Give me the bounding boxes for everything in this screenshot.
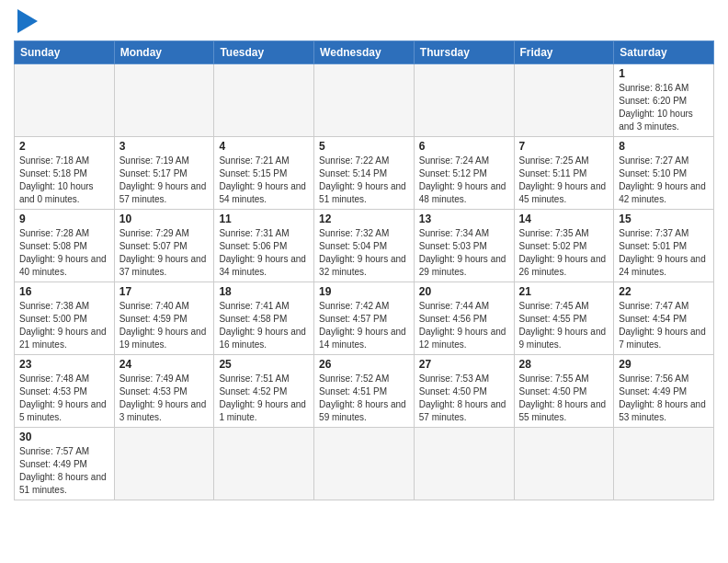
calendar-day-cell [414, 428, 514, 500]
header [14, 9, 714, 33]
day-number: 20 [419, 285, 509, 298]
calendar-day-cell: 7Sunrise: 7:25 AMSunset: 5:11 PMDaylight… [514, 137, 614, 210]
day-number: 28 [519, 358, 609, 371]
calendar-day-cell: 5Sunrise: 7:22 AMSunset: 5:14 PMDaylight… [314, 137, 415, 210]
header-thursday: Thursday [414, 41, 514, 64]
calendar-day-cell: 23Sunrise: 7:48 AMSunset: 4:53 PMDayligh… [15, 355, 115, 428]
day-info: Sunrise: 8:16 AMSunset: 6:20 PMDaylight:… [619, 82, 709, 133]
day-info: Sunrise: 7:52 AMSunset: 4:51 PMDaylight:… [319, 373, 409, 424]
calendar-day-cell [114, 428, 214, 500]
calendar-day-cell: 24Sunrise: 7:49 AMSunset: 4:53 PMDayligh… [114, 355, 214, 428]
day-number: 16 [19, 285, 109, 298]
day-info: Sunrise: 7:57 AMSunset: 4:49 PMDaylight:… [19, 445, 109, 497]
day-number: 22 [619, 285, 709, 298]
page: SundayMondayTuesdayWednesdayThursdayFrid… [0, 0, 728, 563]
day-number: 3 [119, 140, 210, 153]
day-info: Sunrise: 7:19 AMSunset: 5:17 PMDaylight:… [119, 155, 210, 206]
day-number: 6 [419, 140, 509, 153]
day-number: 19 [319, 285, 409, 298]
day-info: Sunrise: 7:55 AMSunset: 4:50 PMDaylight:… [519, 373, 609, 424]
day-info: Sunrise: 7:51 AMSunset: 4:52 PMDaylight:… [219, 373, 309, 424]
calendar-day-cell: 13Sunrise: 7:34 AMSunset: 5:03 PMDayligh… [414, 210, 514, 282]
day-info: Sunrise: 7:22 AMSunset: 5:14 PMDaylight:… [319, 155, 409, 206]
logo-row [14, 9, 38, 33]
calendar-day-cell: 1Sunrise: 8:16 AMSunset: 6:20 PMDaylight… [614, 64, 714, 137]
day-number: 11 [219, 213, 309, 225]
day-info: Sunrise: 7:18 AMSunset: 5:18 PMDaylight:… [19, 155, 109, 206]
calendar-day-cell [314, 64, 415, 137]
day-number: 15 [619, 213, 709, 225]
day-info: Sunrise: 7:56 AMSunset: 4:49 PMDaylight:… [619, 373, 709, 424]
day-info: Sunrise: 7:53 AMSunset: 4:50 PMDaylight:… [419, 373, 509, 424]
calendar-week-row: 30Sunrise: 7:57 AMSunset: 4:49 PMDayligh… [15, 428, 714, 500]
calendar-day-cell [514, 64, 614, 137]
day-number: 2 [19, 140, 109, 153]
day-number: 13 [419, 213, 509, 225]
day-info: Sunrise: 7:24 AMSunset: 5:12 PMDaylight:… [419, 155, 509, 206]
day-number: 8 [619, 140, 709, 153]
calendar-day-cell: 3Sunrise: 7:19 AMSunset: 5:17 PMDaylight… [114, 137, 214, 210]
day-info: Sunrise: 7:29 AMSunset: 5:07 PMDaylight:… [119, 227, 210, 279]
calendar-day-cell [214, 428, 314, 500]
calendar-day-cell: 8Sunrise: 7:27 AMSunset: 5:10 PMDaylight… [614, 137, 714, 210]
calendar-day-cell: 10Sunrise: 7:29 AMSunset: 5:07 PMDayligh… [114, 210, 214, 282]
day-number: 17 [119, 285, 210, 298]
calendar-day-cell: 16Sunrise: 7:38 AMSunset: 5:00 PMDayligh… [15, 282, 115, 355]
calendar-day-cell: 26Sunrise: 7:52 AMSunset: 4:51 PMDayligh… [314, 355, 415, 428]
calendar-day-cell: 2Sunrise: 7:18 AMSunset: 5:18 PMDaylight… [15, 137, 115, 210]
header-monday: Monday [114, 41, 214, 64]
day-number: 14 [519, 213, 609, 225]
logo-area [14, 9, 38, 33]
day-info: Sunrise: 7:44 AMSunset: 4:56 PMDaylight:… [419, 300, 509, 351]
calendar-day-cell: 19Sunrise: 7:42 AMSunset: 4:57 PMDayligh… [314, 282, 415, 355]
calendar-day-cell: 22Sunrise: 7:47 AMSunset: 4:54 PMDayligh… [614, 282, 714, 355]
calendar-day-cell [15, 64, 115, 137]
day-info: Sunrise: 7:49 AMSunset: 4:53 PMDaylight:… [119, 373, 210, 424]
calendar-day-cell: 30Sunrise: 7:57 AMSunset: 4:49 PMDayligh… [15, 428, 115, 500]
day-info: Sunrise: 7:42 AMSunset: 4:57 PMDaylight:… [319, 300, 409, 351]
calendar-week-row: 16Sunrise: 7:38 AMSunset: 5:00 PMDayligh… [15, 282, 714, 355]
calendar-day-cell: 15Sunrise: 7:37 AMSunset: 5:01 PMDayligh… [614, 210, 714, 282]
day-number: 30 [19, 431, 109, 443]
day-info: Sunrise: 7:45 AMSunset: 4:55 PMDaylight:… [519, 300, 609, 351]
calendar-header-row: SundayMondayTuesdayWednesdayThursdayFrid… [15, 41, 714, 64]
day-info: Sunrise: 7:28 AMSunset: 5:08 PMDaylight:… [19, 227, 109, 279]
calendar-day-cell [414, 64, 514, 137]
day-number: 18 [219, 285, 309, 298]
calendar-week-row: 23Sunrise: 7:48 AMSunset: 4:53 PMDayligh… [15, 355, 714, 428]
day-info: Sunrise: 7:21 AMSunset: 5:15 PMDaylight:… [219, 155, 309, 206]
day-number: 1 [619, 67, 709, 80]
day-number: 24 [119, 358, 210, 371]
calendar-day-cell [314, 428, 415, 500]
day-number: 27 [419, 358, 509, 371]
day-info: Sunrise: 7:40 AMSunset: 4:59 PMDaylight:… [119, 300, 210, 351]
calendar-day-cell: 4Sunrise: 7:21 AMSunset: 5:15 PMDaylight… [214, 137, 314, 210]
day-info: Sunrise: 7:31 AMSunset: 5:06 PMDaylight:… [219, 227, 309, 279]
day-number: 12 [319, 213, 409, 225]
calendar-week-row: 9Sunrise: 7:28 AMSunset: 5:08 PMDaylight… [15, 210, 714, 282]
calendar-day-cell [614, 428, 714, 500]
day-number: 10 [119, 213, 210, 225]
day-info: Sunrise: 7:41 AMSunset: 4:58 PMDaylight:… [219, 300, 309, 351]
calendar-day-cell: 6Sunrise: 7:24 AMSunset: 5:12 PMDaylight… [414, 137, 514, 210]
header-wednesday: Wednesday [314, 41, 415, 64]
calendar-week-row: 2Sunrise: 7:18 AMSunset: 5:18 PMDaylight… [15, 137, 714, 210]
calendar-day-cell: 20Sunrise: 7:44 AMSunset: 4:56 PMDayligh… [414, 282, 514, 355]
day-number: 9 [19, 213, 109, 225]
logo-triangle-icon [17, 9, 38, 33]
calendar-day-cell: 11Sunrise: 7:31 AMSunset: 5:06 PMDayligh… [214, 210, 314, 282]
calendar-day-cell: 9Sunrise: 7:28 AMSunset: 5:08 PMDaylight… [15, 210, 115, 282]
calendar-day-cell [514, 428, 614, 500]
calendar-table: SundayMondayTuesdayWednesdayThursdayFrid… [14, 40, 714, 500]
day-info: Sunrise: 7:34 AMSunset: 5:03 PMDaylight:… [419, 227, 509, 279]
calendar-day-cell: 28Sunrise: 7:55 AMSunset: 4:50 PMDayligh… [514, 355, 614, 428]
day-number: 7 [519, 140, 609, 153]
header-tuesday: Tuesday [214, 41, 314, 64]
header-friday: Friday [514, 41, 614, 64]
calendar-day-cell [114, 64, 214, 137]
calendar-day-cell: 21Sunrise: 7:45 AMSunset: 4:55 PMDayligh… [514, 282, 614, 355]
day-number: 4 [219, 140, 309, 153]
day-number: 21 [519, 285, 609, 298]
day-info: Sunrise: 7:35 AMSunset: 5:02 PMDaylight:… [519, 227, 609, 279]
calendar-day-cell: 29Sunrise: 7:56 AMSunset: 4:49 PMDayligh… [614, 355, 714, 428]
